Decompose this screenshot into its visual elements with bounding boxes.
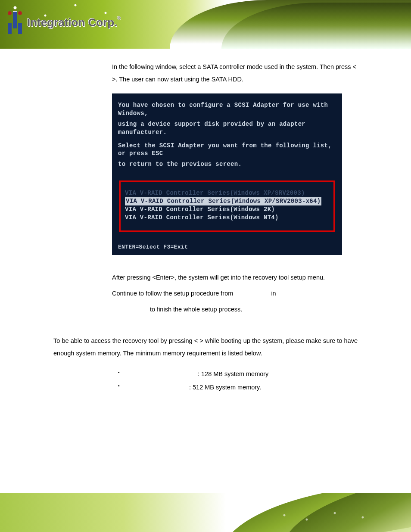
bios-line: Select the SCSI Adapter you want from th… [118,142,336,158]
page-header-banner: Integration Corp.® [0,0,411,49]
controller-option: VIA V-RAID Controller Series(Windows NT4… [125,214,329,222]
step-6-text: In the following window, select a SATA c… [112,61,358,86]
bios-line: You have chosen to configure a SCSI Adap… [118,101,336,118]
step-7-text: to finish the whole setup process. [112,303,358,316]
bios-footer: ENTER=Select F3=Exit [118,243,336,251]
step-6-block: In the following window, select a SATA c… [53,61,358,86]
controller-option-highlighted: VIA V-RAID Controller Series(Windows XP/… [125,197,321,205]
logo-text: Integration Corp.® [27,16,121,29]
sata-select-screenshot: You have chosen to configure a SCSI Adap… [112,93,342,255]
memory-item: : 128 MB system memory [118,367,358,380]
section-spacer [0,319,411,335]
controller-option: VIA V-RAID Controller Series(Windows XP/… [125,189,329,197]
step-7-block: After pressing <Enter>, the system will … [53,271,358,316]
memory-section: To be able to access the recovery tool b… [0,335,411,394]
body-content: In the following window, select a SATA c… [0,49,411,316]
memory-item: : 512 MB system memory. [118,381,358,394]
step-7-text: Continue to follow the setup procedure f… [112,287,358,300]
memory-intro: To be able to access the recovery tool b… [53,335,358,360]
step-7-fragment: Continue to follow the setup procedure f… [112,290,233,297]
bios-screen: You have chosen to configure a SCSI Adap… [112,93,342,255]
page-footer-banner [0,493,411,532]
bios-line: to return to the previous screen. [118,160,336,168]
bios-line: using a device support disk provided by … [118,120,336,137]
logo-dot-icon [18,11,22,15]
logo-dot-icon [8,11,12,15]
controller-option: VIA V-RAID Controller Series(Windows 2K) [125,205,329,214]
step-7-fragment: in [271,290,276,297]
document-page: Integration Corp.® In the following wind… [0,0,411,532]
step-7-text: After pressing <Enter>, the system will … [112,271,358,284]
selection-box: VIA V-RAID Controller Series(Windows XP/… [119,180,335,232]
footer-dots [273,504,385,526]
memory-requirements-list: : 128 MB system memory : 512 MB system m… [53,367,358,394]
logo-mark [8,11,22,34]
company-logo: Integration Corp.® [8,11,121,34]
